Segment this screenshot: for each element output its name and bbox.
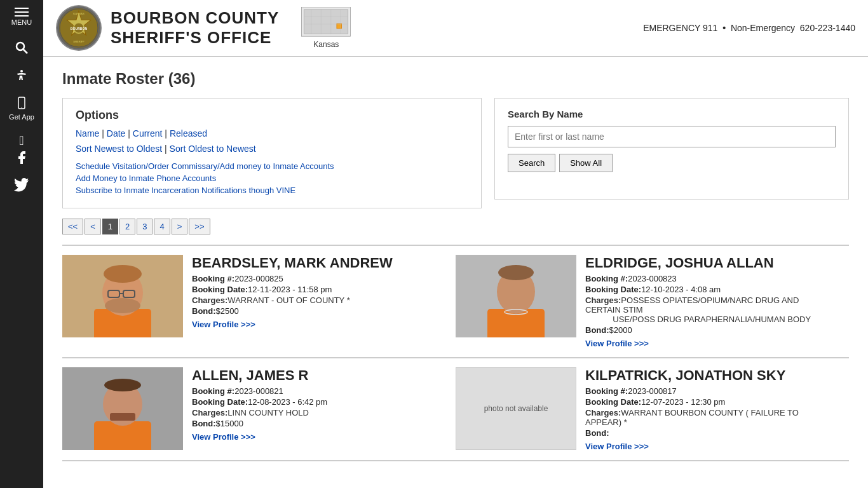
- filter-date-link[interactable]: Date: [107, 128, 126, 139]
- inmate-photo-beardsley: [62, 255, 183, 337]
- booking-date-beardsley: Booking Date:12-11-2023 - 11:58 pm: [192, 285, 443, 294]
- inmate-photo-allen: [62, 367, 183, 450]
- menu-label: MENU: [11, 18, 32, 26]
- add-phone-money-link[interactable]: Add Money to Inmate Phone Accounts: [76, 173, 468, 183]
- booking-date-allen: Booking Date:12-08-2023 - 6:42 pm: [192, 397, 443, 407]
- header: BOURBON SHERIFF KANSAS BOURBON COUNTY SH…: [43, 0, 868, 57]
- photo-not-available-label: photo not available: [484, 404, 548, 413]
- facebook-icon-svg: [14, 150, 29, 165]
- header-title: BOURBON COUNTY SHERIFF'S OFFICE: [111, 8, 279, 48]
- page-4-btn[interactable]: 4: [154, 219, 170, 234]
- search-button-submit[interactable]: Search: [508, 154, 555, 172]
- sort-links: Sort Newest to Oldest | Sort Oldest to N…: [76, 144, 468, 154]
- charges-beardsley: Charges:WARRANT - OUT OF COUNTY *: [192, 295, 443, 305]
- nonemergency-phone: 620-223-1440: [800, 23, 855, 33]
- page-1-btn[interactable]: 1: [102, 219, 118, 234]
- inmate-photo-kilpatrick: photo not available: [456, 367, 576, 450]
- show-all-button[interactable]: Show All: [559, 154, 613, 172]
- facebook-button[interactable]: : [0, 127, 43, 172]
- nonemergency-label: Non-Emergency: [731, 23, 795, 33]
- svg-rect-12: [337, 24, 342, 29]
- svg-text:SHERIFF: SHERIFF: [73, 40, 85, 43]
- kansas-map-svg: [301, 7, 351, 39]
- last-page-btn[interactable]: >>: [189, 219, 210, 234]
- agency-name-line2: SHERIFF'S OFFICE: [111, 28, 279, 48]
- search-buttons: Search Show All: [508, 154, 836, 172]
- search-button[interactable]: [0, 34, 43, 62]
- agency-name-line1: BOURBON COUNTY: [111, 8, 279, 28]
- booking-date-eldridge: Booking Date:12-10-2023 - 4:08 am: [585, 285, 836, 294]
- sort-newest-link[interactable]: Sort Newest to Oldest: [76, 144, 162, 154]
- accessibility-icon: [14, 68, 29, 83]
- vine-subscribe-link[interactable]: Subscribe to Inmate Incarceration Notifi…: [76, 186, 468, 195]
- first-page-btn[interactable]: <<: [62, 219, 83, 234]
- accessibility-button[interactable]: [0, 62, 43, 90]
- inmate-mugshot-allen: [62, 367, 183, 450]
- svg-point-26: [104, 265, 142, 283]
- inmate-mugshot-eldridge: [456, 255, 576, 337]
- filter-current-link[interactable]: Current: [133, 128, 163, 139]
- get-app-label: Get App: [9, 113, 34, 121]
- bond-allen: Bond:$15000: [192, 419, 443, 428]
- list-item: ALLEN, JAMES R Booking #:2023-000821 Boo…: [62, 367, 456, 451]
- view-profile-kilpatrick[interactable]: View Profile >>>: [585, 442, 649, 451]
- search-title: Search By Name: [508, 109, 836, 119]
- svg-line-1: [24, 50, 28, 54]
- search-input[interactable]: [508, 126, 836, 147]
- inmate-name-beardsley: BEARDSLEY, MARK ANDREW: [192, 255, 443, 271]
- list-item: ELDRIDGE, JOSHUA ALLAN Booking #:2023-00…: [456, 255, 849, 348]
- sidebar: MENU Get App : [0, 0, 43, 474]
- inmate-name-eldridge: ELDRIDGE, JOSHUA ALLAN: [585, 255, 836, 271]
- inmate-name-kilpatrick: KILPATRICK, JONATHON SKY: [585, 367, 836, 384]
- view-profile-eldridge[interactable]: View Profile >>>: [585, 339, 649, 348]
- filter-name-link[interactable]: Name: [76, 128, 99, 139]
- svg-point-25: [105, 298, 140, 313]
- booking-num-kilpatrick: Booking #:2023-000817: [585, 386, 836, 396]
- filter-links: Name | Date | Current | Released: [76, 128, 468, 139]
- svg-point-30: [498, 265, 534, 280]
- filter-released-link[interactable]: Released: [170, 128, 207, 139]
- prev-page-btn[interactable]: <: [85, 219, 101, 234]
- twitter-button[interactable]: [0, 172, 43, 200]
- inmate-info-eldridge: ELDRIDGE, JOSHUA ALLAN Booking #:2023-00…: [585, 255, 836, 348]
- svg-text:KANSAS: KANSAS: [73, 12, 85, 15]
- svg-point-35: [104, 379, 141, 391]
- page-2-btn[interactable]: 2: [119, 219, 135, 234]
- get-app-button[interactable]: Get App: [0, 90, 43, 127]
- table-row: BEARDSLEY, MARK ANDREW Booking #:2023-00…: [62, 246, 849, 358]
- inmate-photo-eldridge: [456, 255, 576, 337]
- charges-kilpatrick: Charges:WARRANT BOURBON COUNTY ( FAILURE…: [585, 408, 836, 427]
- bond-beardsley: Bond:$2500: [192, 306, 443, 316]
- inmate-name-allen: ALLEN, JAMES R: [192, 367, 443, 384]
- sort-oldest-link[interactable]: Sort Oldest to Newest: [170, 144, 256, 154]
- page-3-btn[interactable]: 3: [137, 219, 153, 234]
- svg-point-2: [20, 70, 23, 72]
- header-left: BOURBON SHERIFF KANSAS BOURBON COUNTY SH…: [56, 5, 351, 51]
- list-item: photo not available KILPATRICK, JONATHON…: [456, 367, 849, 451]
- kansas-map: Kansas: [301, 7, 351, 49]
- booking-num-beardsley: Booking #:2023-000825: [192, 274, 443, 283]
- next-page-btn[interactable]: >: [172, 219, 188, 234]
- charges-eldridge: Charges:POSSESS OPIATES/OPIUM/NARC DRUG …: [585, 295, 836, 324]
- view-profile-beardsley[interactable]: View Profile >>>: [192, 320, 255, 329]
- bond-eldridge: Bond:$2000: [585, 325, 836, 335]
- emergency-label: EMERGENCY 911: [643, 23, 717, 33]
- search-icon: [14, 40, 29, 55]
- search-box: Search By Name Search Show All: [494, 98, 849, 200]
- inmate-info-kilpatrick: KILPATRICK, JONATHON SKY Booking #:2023-…: [585, 367, 836, 451]
- menu-button[interactable]: MENU: [0, 0, 43, 34]
- emergency-info: EMERGENCY 911 • Non-Emergency 620-223-14…: [643, 23, 855, 33]
- schedule-visitation-link[interactable]: Schedule Visitation/Order Commissary/Add…: [76, 161, 468, 171]
- svg-point-0: [17, 43, 24, 50]
- booking-num-eldridge: Booking #:2023-000823: [585, 274, 836, 283]
- bond-kilpatrick: Bond:: [585, 428, 836, 438]
- main-content: Inmate Roster (36) Options Name | Date |…: [43, 57, 868, 474]
- view-profile-allen[interactable]: View Profile >>>: [192, 432, 255, 442]
- svg-rect-3: [18, 97, 25, 109]
- sheriff-logo: BOURBON SHERIFF KANSAS: [56, 5, 102, 51]
- list-item: BEARDSLEY, MARK ANDREW Booking #:2023-00…: [62, 255, 456, 348]
- hamburger-icon: [15, 8, 29, 17]
- twitter-icon: [14, 178, 29, 193]
- svg-text:BOURBON: BOURBON: [71, 27, 88, 30]
- inmate-list: BEARDSLEY, MARK ANDREW Booking #:2023-00…: [62, 245, 849, 461]
